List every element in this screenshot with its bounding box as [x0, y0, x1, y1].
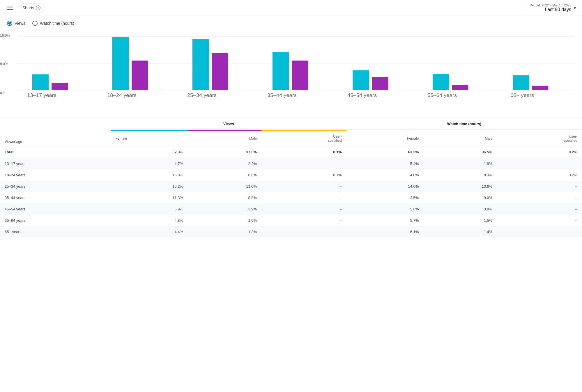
row-value: 5.6% [346, 203, 424, 215]
row-value: – [261, 181, 346, 192]
row-value: 11.3% [111, 192, 188, 203]
svg-text:45–54 years: 45–54 years [347, 92, 377, 98]
row-value: 1.4% [423, 226, 497, 237]
bar-25-34-female [192, 39, 209, 90]
row-value: – [497, 226, 582, 237]
row-value: 62.3% [111, 146, 188, 158]
row-value: 15.2% [111, 181, 188, 192]
row-value: 4.4% [111, 226, 188, 237]
metric-radio-group: Views Watch time (hours) [0, 16, 582, 31]
bar-35-44-male [292, 61, 308, 90]
bar-25-34-male [212, 53, 228, 90]
bar-55-64-male [452, 85, 468, 90]
data-row: 18–24 years15.8%8.8%0.1%14.0%8.3%0.2% [0, 169, 582, 181]
hamburger-menu[interactable] [6, 5, 14, 11]
bar-chart-svg: 13–17 years 18–24 years 25–34 years 35–4… [17, 36, 575, 106]
row-value: – [261, 192, 346, 203]
filter-chip-label: Shorts [22, 6, 34, 10]
row-value: 2.2% [188, 158, 261, 170]
row-value: 0.1% [261, 146, 346, 158]
filter-chip-close[interactable]: × [36, 6, 40, 10]
views-female-header: Female [111, 131, 188, 146]
date-range-text: Dec 14, 2022 – Mar 13, 2023 Last 90 days [530, 3, 571, 12]
row-value: – [497, 192, 582, 203]
watch-time-radio[interactable]: Watch time (hours) [32, 21, 74, 26]
row-label: 35–44 years [0, 192, 111, 203]
bar-18-24-male [132, 61, 148, 90]
watch-female-header: Female [346, 131, 424, 146]
bar-55-64-female [433, 74, 449, 90]
views-male-header: Male [188, 131, 261, 146]
row-value: 0.1% [261, 169, 346, 181]
svg-text:13–17 years: 13–17 years [27, 92, 56, 98]
row-value: 0.2% [497, 146, 582, 158]
svg-text:18–24 years: 18–24 years [107, 92, 137, 98]
row-value: 36.5% [423, 146, 497, 158]
row-value: 3.9% [188, 203, 261, 215]
views-radio-circle [7, 21, 12, 26]
row-value: – [261, 203, 346, 215]
row-value: 9.0% [423, 192, 497, 203]
row-value: – [497, 215, 582, 226]
watch-user-header: User-specified [497, 131, 582, 146]
views-radio-label: Views [15, 21, 25, 26]
row-value: – [261, 215, 346, 226]
bar-45-54-male [372, 77, 388, 90]
shorts-filter-chip[interactable]: Shorts × [19, 3, 44, 12]
row-value: 5.7% [346, 215, 424, 226]
bar-45-54-female [353, 70, 369, 90]
svg-text:25–34 years: 25–34 years [187, 92, 217, 98]
svg-text:65+ years: 65+ years [510, 92, 534, 98]
row-value: 4.8% [111, 215, 188, 226]
row-value: 0.2% [497, 169, 582, 181]
bar-35-44-female [273, 52, 289, 90]
row-value: 1.3% [188, 226, 261, 237]
row-label: Total [0, 146, 111, 158]
data-row: 45–54 years5.9%3.9%–5.6%3.9%– [0, 203, 582, 215]
row-value: 3.9% [423, 203, 497, 215]
row-value: – [497, 158, 582, 170]
y-axis-16: 16.0% [0, 33, 10, 38]
data-row: 13–17 years4.7%2.2%–5.4%1.9%– [0, 158, 582, 170]
views-radio[interactable]: Views [7, 21, 25, 26]
row-label: 18–24 years [0, 169, 111, 181]
row-value: 6.1% [346, 226, 424, 237]
row-label: 65+ years [0, 226, 111, 237]
row-value: 1.5% [423, 215, 497, 226]
bar-65plus-female [513, 75, 529, 90]
top-left: Shorts × [6, 3, 44, 12]
row-value: 8.8% [188, 192, 261, 203]
viewer-age-header: Viewer age [0, 118, 111, 146]
row-value: 14.0% [346, 169, 424, 181]
row-value: 10.6% [423, 181, 497, 192]
date-range-selector[interactable]: Dec 14, 2022 – Mar 13, 2023 Last 90 days… [524, 3, 576, 12]
total-row: Total62.3%37.6%0.1%63.3%36.5%0.2% [0, 146, 582, 158]
row-value: 4.7% [111, 158, 188, 170]
watch-male-header: Male [423, 131, 497, 146]
watch-time-radio-label: Watch time (hours) [40, 21, 74, 26]
row-value: – [261, 226, 346, 237]
data-row: 35–44 years11.3%8.8%–12.5%9.0%– [0, 192, 582, 203]
row-value: 37.6% [188, 146, 261, 158]
close-icon: × [38, 6, 39, 10]
svg-text:55–64 years: 55–64 years [427, 92, 457, 98]
group-header-row: Viewer age Views Watch time (hours) [0, 118, 582, 130]
bar-chart-container: 13–17 years 18–24 years 25–34 years 35–4… [0, 31, 582, 118]
bar-65plus-male [532, 86, 548, 90]
bar-18-24-female [112, 37, 129, 90]
row-label: 45–54 years [0, 203, 111, 215]
row-value: 8.3% [423, 169, 497, 181]
row-value: 8.8% [188, 169, 261, 181]
table-body: Total62.3%37.6%0.1%63.3%36.5%0.2%13–17 y… [0, 146, 582, 238]
data-row: 55–64 years4.8%1.6%–5.7%1.5%– [0, 215, 582, 226]
watch-group-header: Watch time (hours) [346, 118, 582, 130]
data-table: Viewer age Views Watch time (hours) Fema… [0, 118, 582, 237]
y-axis-8: 8.0% [0, 62, 8, 66]
row-value: 11.0% [188, 181, 261, 192]
row-value: – [261, 158, 346, 170]
row-value: 15.8% [111, 169, 188, 181]
views-user-header: User-specified [261, 131, 346, 146]
bar-13-17-female [32, 74, 49, 90]
row-label: 13–17 years [0, 158, 111, 170]
data-row: 25–34 years15.2%11.0%–14.0%10.6%– [0, 181, 582, 192]
